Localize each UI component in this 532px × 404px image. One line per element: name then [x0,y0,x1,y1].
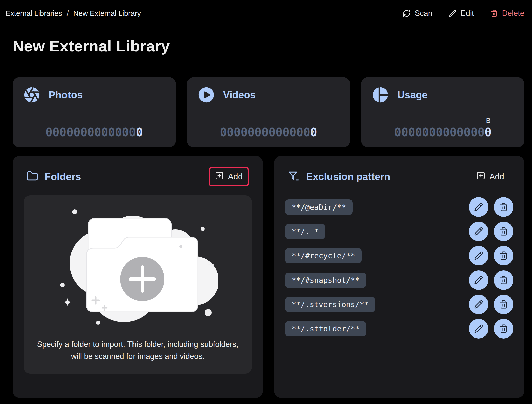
topbar-actions: Scan Edit Delete [403,9,524,18]
pattern-chip: **/.stversions/** [285,297,375,312]
pie-chart-icon [372,87,389,103]
scan-button[interactable]: Scan [403,9,432,18]
stat-count: 0 [310,125,317,139]
pattern-row: **/._* [285,221,513,241]
pattern-row: **/#recycle/** [285,246,513,266]
trash-icon [499,324,508,333]
exclusion-panel-title: Exclusion pattern [306,171,390,182]
folders-panel-header: Folders Add [24,167,252,186]
scan-label: Scan [415,9,432,18]
stat-card-usage-header: Usage [372,87,513,103]
pattern-row: **/.stversions/** [285,294,513,314]
empty-folder-illustration [57,204,218,331]
play-icon [198,87,215,103]
trash-icon [499,227,508,236]
pattern-delete-button[interactable] [494,222,513,241]
stat-label: Photos [49,89,83,101]
stat-label: Usage [397,89,427,101]
stat-value-usage: B 00000000000000 [394,117,492,139]
stat-card-usage: Usage B 00000000000000 [361,77,524,147]
panels-row: Folders Add [13,156,524,398]
stat-unit [45,117,143,126]
exclusion-panel: Exclusion pattern Add **/@eaDir/** [274,156,524,398]
stat-zeros: 0000000000000 [45,125,136,139]
pattern-edit-button[interactable] [469,197,488,217]
stats-row: Photos 00000000000000 Videos 00000000000… [13,77,524,147]
pattern-delete-button[interactable] [494,295,513,314]
stat-card-videos: Videos 00000000000000 [187,77,350,147]
edit-button[interactable]: Edit [449,9,474,18]
stat-unit [220,117,317,126]
filter-minus-icon [288,170,300,183]
add-exclusion-label: Add [489,172,504,181]
stat-card-photos-header: Photos [24,87,165,103]
square-plus-icon [476,171,485,182]
breadcrumb-parent-link[interactable]: External Libraries [6,9,62,18]
pattern-edit-button[interactable] [469,319,488,339]
breadcrumb-separator: / [67,9,69,18]
delete-label: Delete [502,9,524,18]
pattern-chip: **/@eaDir/** [285,199,353,215]
stat-unit-b: B [394,117,492,126]
pattern-delete-button[interactable] [494,197,513,217]
square-plus-icon [215,171,224,182]
pattern-edit-button[interactable] [469,295,488,314]
breadcrumb: External Libraries / New External Librar… [6,9,141,18]
pattern-delete-button[interactable] [494,319,513,339]
stat-card-photos: Photos 00000000000000 [13,77,176,147]
folders-panel: Folders Add [13,156,263,398]
trash-icon [499,276,508,285]
pattern-delete-button[interactable] [494,270,513,290]
delete-button[interactable]: Delete [490,9,524,18]
pattern-row: **/@eaDir/** [285,197,513,217]
pencil-icon [474,203,483,212]
edit-label: Edit [460,9,474,18]
pencil-icon [474,227,483,236]
pattern-edit-button[interactable] [469,222,488,241]
stat-count: 0 [485,125,492,139]
pattern-chip: **/#recycle/** [285,248,362,263]
pattern-delete-button[interactable] [494,246,513,265]
pattern-row: **/.stfolder/** [285,319,513,339]
stat-card-videos-header: Videos [198,87,339,103]
folder-icon [27,170,38,183]
folders-empty-state: Specify a folder to import. This folder,… [24,195,252,374]
aperture-icon [24,87,40,103]
pencil-icon [474,251,483,260]
add-folder-button[interactable]: Add [209,167,249,186]
top-bar: External Libraries / New External Librar… [0,0,532,27]
pencil-icon [474,324,483,333]
stat-label: Videos [223,89,256,101]
add-exclusion-button[interactable]: Add [470,167,510,186]
pencil-icon [474,300,483,309]
pattern-edit-button[interactable] [469,246,488,265]
stat-zeros: 0000000000000 [394,125,485,139]
pattern-chip: **/#snapshot/** [285,273,366,288]
stat-value-videos: 00000000000000 [220,117,317,139]
sync-icon [403,9,411,17]
breadcrumb-current: New External Library [73,9,141,18]
folders-empty-caption: Specify a folder to import. This folder,… [34,338,242,362]
trash-icon [499,251,508,260]
trash-icon [490,10,498,17]
exclusion-panel-header: Exclusion pattern Add [285,167,513,186]
stat-zeros: 0000000000000 [220,125,310,139]
pattern-edit-button[interactable] [469,270,488,290]
pattern-chip: **/._* [285,224,325,239]
stat-value-photos: 00000000000000 [45,117,143,139]
trash-icon [499,300,508,309]
add-folder-label: Add [228,172,243,181]
folders-panel-title: Folders [45,171,81,182]
pattern-list: **/@eaDir/** **/._* [285,197,513,339]
pattern-row: **/#snapshot/** [285,270,513,290]
pencil-icon [474,276,483,285]
page-title: New External Library [13,37,532,55]
pattern-chip: **/.stfolder/** [285,321,366,336]
stat-count: 0 [136,125,143,139]
trash-icon [499,203,508,212]
pencil-icon [449,10,456,17]
